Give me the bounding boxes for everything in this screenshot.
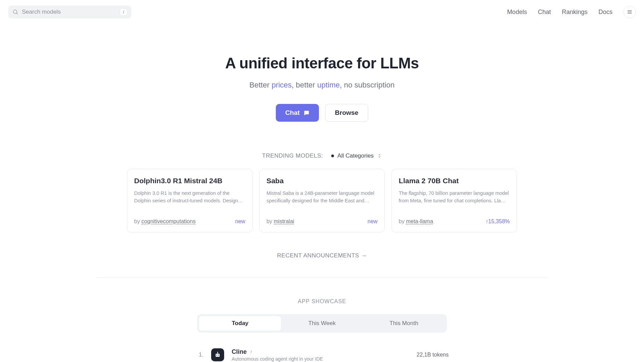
category-value: All Categories [337,152,374,159]
hero-title: A unified interface for LLMs [0,55,644,72]
card-description: Mistral Saba is a 24B-parameter language… [267,190,378,205]
app-list: 1. Cline Autonomous coding agent right i… [195,344,449,362]
app-tokens: 22,1B tokens [417,352,449,358]
hero: A unified interface for LLMs Better pric… [0,55,644,122]
model-card[interactable]: Llama 2 70B Chat The flagship, 70 billio… [391,169,517,232]
hero-buttons: Chat Browse [0,104,644,122]
card-author-link[interactable]: mistralai [274,218,294,224]
trending-cards: Dolphin3.0 R1 Mistral 24B Dolphin 3.0 R1… [127,169,517,232]
hamburger-icon [627,9,632,15]
uptime-link[interactable]: uptime [317,81,340,89]
menu-button[interactable] [623,6,636,18]
model-card[interactable]: Saba Mistral Saba is a 24B-parameter lan… [259,169,385,232]
card-footer: by mistralai new [267,218,378,225]
divider [96,278,548,278]
card-title: Saba [267,177,378,185]
card-title: Llama 2 70B Chat [399,177,510,185]
recent-announcements-link[interactable]: RECENT ANNOUNCEMENTS → [0,252,644,259]
search-input[interactable] [22,9,116,15]
card-badge: new [368,218,377,225]
chevron-right-icon [249,349,254,354]
showcase-tabs: Today This Week This Month [197,314,447,333]
card-byline: by meta-llama [399,218,433,225]
svg-point-0 [13,10,17,14]
chat-button[interactable]: Chat [276,104,319,122]
chat-bubble-icon [303,110,309,116]
robot-icon [214,351,221,358]
model-card[interactable]: Dolphin3.0 R1 Mistral 24B Dolphin 3.0 R1… [127,169,253,232]
card-title: Dolphin3.0 R1 Mistral 24B [134,177,245,185]
search-box[interactable]: / [8,5,131,18]
app-showcase: APP SHOWCASE Today This Week This Month … [0,298,644,362]
nav-models[interactable]: Models [507,9,527,16]
updown-icon [377,153,382,158]
svg-point-9 [217,352,218,353]
app-body: Cline Autonomous coding agent right in y… [232,348,409,362]
svg-point-7 [218,355,219,356]
search-icon [12,9,18,15]
card-badge: new [235,218,245,225]
prices-link[interactable]: prices [272,81,292,89]
app-name: Cline [232,348,247,356]
category-selector[interactable]: All Categories [331,152,382,159]
svg-line-1 [16,13,17,14]
tab-this-week[interactable]: This Week [281,316,363,331]
hero-sub-text: , no subscription [340,81,395,89]
nav-docs[interactable]: Docs [598,9,613,16]
trending-label: TRENDING MODELS: [262,152,323,159]
nav-rankings[interactable]: Rankings [562,9,588,16]
svg-rect-5 [216,354,220,357]
browse-button-label: Browse [335,109,359,117]
card-byline: by cognitivecomputations [134,218,196,225]
trending-section: TRENDING MODELS: All Categories Dolphin3… [127,152,517,232]
card-footer: by cognitivecomputations new [134,218,245,225]
hero-subtitle: Better prices, better uptime, no subscri… [0,81,644,90]
card-author-link[interactable]: meta-llama [406,218,433,224]
card-description: Dolphin 3.0 R1 is the next generation of… [134,190,245,205]
hero-sub-text: , better [292,81,317,89]
browse-button[interactable]: Browse [325,104,369,122]
tab-this-month[interactable]: This Month [363,316,445,331]
chat-button-label: Chat [285,109,300,117]
hero-sub-text: Better [249,81,272,89]
app-row[interactable]: 1. Cline Autonomous coding agent right i… [195,344,449,362]
top-nav: Models Chat Rankings Docs [507,6,636,18]
card-description: The flagship, 70 billion parameter langu… [399,190,510,205]
svg-point-6 [216,355,217,356]
category-dot-icon [331,155,334,157]
header: / Models Chat Rankings Docs [0,0,644,24]
card-author-link[interactable]: cognitivecomputations [141,218,195,224]
trending-header: TRENDING MODELS: All Categories [127,152,517,159]
tab-today[interactable]: Today [199,316,281,331]
nav-chat[interactable]: Chat [538,9,551,16]
showcase-label: APP SHOWCASE [0,298,644,305]
app-rank: 1. [195,351,204,358]
app-icon [211,348,224,361]
search-shortcut-key: / [120,8,127,16]
card-footer: by meta-llama ↑15,358% [399,218,510,225]
app-description: Autonomous coding agent right in your ID… [232,356,409,362]
app-name-row: Cline [232,348,409,356]
card-badge: ↑15,358% [486,218,510,225]
card-byline: by mistralai [267,218,294,225]
